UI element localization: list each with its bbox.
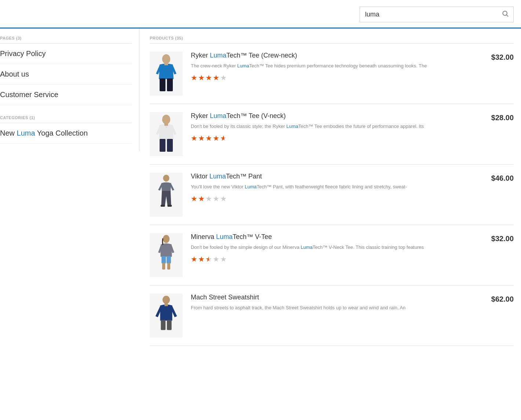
star-2-2: ★ xyxy=(198,134,205,143)
desc-highlight-4: Luma xyxy=(300,244,313,250)
svg-rect-11 xyxy=(161,205,165,207)
sidebar-item-about-us[interactable]: About us xyxy=(0,64,132,85)
product-info-3: Viktor LumaTech™ Pant You'll love the ne… xyxy=(191,173,484,203)
star-3-3: ★ xyxy=(205,194,212,203)
product-image-3[interactable] xyxy=(150,173,183,217)
product-thumbnail-5 xyxy=(152,295,181,336)
title-before-1: Ryker xyxy=(191,52,210,59)
svg-point-10 xyxy=(163,175,170,182)
title-highlight-1: Luma xyxy=(210,52,226,59)
desc-text-5: From hard streets to asphalt track, the … xyxy=(191,305,405,310)
desc-highlight-2: Luma xyxy=(286,124,298,129)
star-4-4: ★ xyxy=(213,255,219,264)
search-icon xyxy=(502,10,509,17)
product-price-3: $46.00 xyxy=(484,173,514,183)
svg-rect-3 xyxy=(160,78,165,91)
svg-point-13 xyxy=(163,235,170,243)
desc-highlight-3: Luma xyxy=(245,184,257,189)
product-thumbnail-1 xyxy=(152,54,181,94)
star-4-3: ★ xyxy=(205,255,212,264)
title-after-2: Tech™ Tee (V-neck) xyxy=(226,112,286,119)
title-highlight-3: Luma xyxy=(210,173,226,180)
title-after-3: Tech™ Pant xyxy=(226,173,262,180)
svg-line-1 xyxy=(507,15,508,16)
star-3-1: ★ xyxy=(191,194,197,203)
desc-after-1: Tech™ Tee hides premium performance tech… xyxy=(249,63,427,69)
star-2-5: ★ xyxy=(220,134,227,143)
stars-4: ★ ★ ★ ★ ★ xyxy=(191,255,477,264)
svg-rect-12 xyxy=(167,205,172,207)
search-wrapper xyxy=(360,7,514,22)
stars-3: ★ ★ ★ ★ ★ xyxy=(191,194,477,203)
product-image-4[interactable] xyxy=(150,233,183,277)
product-title-5[interactable]: Mach Street Sweatshirt xyxy=(191,294,477,301)
svg-rect-20 xyxy=(167,320,172,330)
sidebar-item-privacy-policy[interactable]: Privacy Policy xyxy=(0,44,132,64)
product-description-5: From hard streets to asphalt track, the … xyxy=(191,304,477,312)
product-info-5: Mach Street Sweatshirt From hard streets… xyxy=(191,294,484,315)
title-highlight-2: Luma xyxy=(210,112,226,119)
title-after-4: Tech™ V-Tee xyxy=(233,233,272,240)
svg-rect-15 xyxy=(167,256,171,264)
product-item-5: Mach Street Sweatshirt From hard streets… xyxy=(150,285,514,346)
sidebar-item-yoga-collection[interactable]: New Luma Yoga Collection xyxy=(0,123,132,144)
desc-highlight-1: Luma xyxy=(237,63,249,69)
product-thumbnail-3 xyxy=(152,174,181,215)
pages-section: PAGES (3) Privacy Policy About us Custom… xyxy=(0,36,132,105)
product-item-4: Minerva LumaTech™ V-Tee Don't be fooled … xyxy=(150,225,514,285)
product-info-4: Minerva LumaTech™ V-Tee Don't be fooled … xyxy=(191,233,484,264)
product-image-2[interactable] xyxy=(150,112,183,156)
desc-before-2: Don't be fooled by its classic style; th… xyxy=(191,124,286,129)
star-2-4: ★ xyxy=(213,134,219,143)
product-info-1: Ryker LumaTech™ Tee (Crew-neck) The crew… xyxy=(191,52,484,82)
star-2-3: ★ xyxy=(205,134,212,143)
desc-before-3: You'll love the new Viktor xyxy=(191,184,245,189)
product-image-5[interactable] xyxy=(150,294,183,338)
desc-after-3: Tech™ Pant, with featherweight fleece fa… xyxy=(257,184,407,189)
desc-before-4: Don't be fooled by the simple design of … xyxy=(191,244,300,250)
svg-rect-21 xyxy=(164,303,168,306)
star-4-1: ★ xyxy=(191,255,197,264)
product-price-2: $28.00 xyxy=(484,112,514,122)
yoga-collection-highlight: Luma xyxy=(17,129,35,137)
product-image-1[interactable] xyxy=(150,52,183,96)
yoga-collection-after: Yoga Collection xyxy=(35,129,88,137)
product-title-1[interactable]: Ryker LumaTech™ Tee (Crew-neck) xyxy=(191,52,477,59)
sidebar: PAGES (3) Privacy Policy About us Custom… xyxy=(0,29,139,151)
svg-rect-9 xyxy=(164,123,168,126)
categories-section: CATEGORIES (1) New Luma Yoga Collection xyxy=(0,115,132,144)
title-before-2: Ryker xyxy=(191,112,210,119)
product-title-2[interactable]: Ryker LumaTech™ Tee (V-neck) xyxy=(191,112,477,120)
desc-after-4: Tech™ V-Neck Tee. This classic training … xyxy=(313,244,424,250)
search-button[interactable] xyxy=(497,7,513,22)
product-price-1: $32.00 xyxy=(484,52,514,62)
pages-section-title: PAGES (3) xyxy=(0,36,132,44)
search-input[interactable] xyxy=(360,7,497,22)
product-thumbnail-2 xyxy=(152,114,181,154)
products-section-title: PRODUCTS (35) xyxy=(150,36,514,44)
title-before-3: Viktor xyxy=(191,173,210,180)
svg-rect-4 xyxy=(167,78,173,91)
product-title-4[interactable]: Minerva LumaTech™ V-Tee xyxy=(191,233,477,241)
star-3-2: ★ xyxy=(198,194,205,203)
svg-rect-8 xyxy=(167,139,173,152)
title-text-5: Mach Street Sweatshirt xyxy=(191,294,259,301)
svg-point-18 xyxy=(163,296,170,304)
product-description-2: Don't be fooled by its classic style; th… xyxy=(191,123,477,130)
desc-after-2: Tech™ Tee embodies the future of perform… xyxy=(298,124,424,129)
star-1-1: ★ xyxy=(191,73,197,82)
product-description-4: Don't be fooled by the simple design of … xyxy=(191,244,477,251)
title-highlight-4: Luma xyxy=(216,233,233,240)
title-before-4: Minerva xyxy=(191,233,216,240)
product-item-3: Viktor LumaTech™ Pant You'll love the ne… xyxy=(150,165,514,225)
yoga-collection-before: New xyxy=(0,129,17,137)
svg-rect-5 xyxy=(164,62,168,65)
product-title-3[interactable]: Viktor LumaTech™ Pant xyxy=(191,173,477,180)
star-1-5: ★ xyxy=(220,73,227,82)
star-4-5: ★ xyxy=(220,255,227,264)
star-1-4: ★ xyxy=(213,73,219,82)
star-2-1: ★ xyxy=(191,134,197,143)
sidebar-item-customer-service[interactable]: Customer Service xyxy=(0,85,132,105)
stars-2: ★ ★ ★ ★ ★ xyxy=(191,134,477,143)
star-3-5: ★ xyxy=(220,194,227,203)
